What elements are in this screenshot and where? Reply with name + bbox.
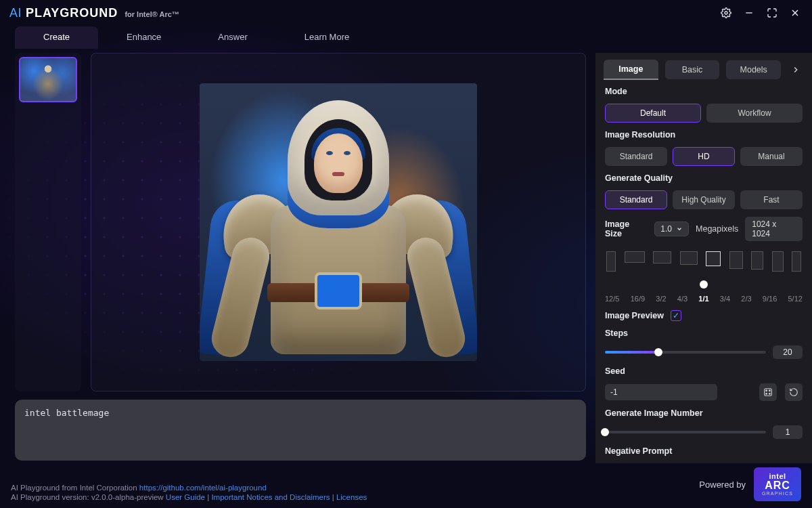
- minimize-icon[interactable]: [742, 5, 757, 20]
- footer: AI Playground from Intel Corporation htt…: [0, 463, 812, 508]
- seed-input[interactable]: [605, 384, 717, 400]
- quality-standard[interactable]: Standard: [605, 190, 667, 209]
- logo-playground: PLAYGROUND: [26, 6, 118, 20]
- svg-point-6: [769, 390, 770, 391]
- aspect-ratio-labels: 12/5 16/9 3/2 4/3 1/1 3/4 2/3 9/16 5/12: [605, 295, 803, 303]
- resolution-standard[interactable]: Standard: [605, 147, 667, 166]
- quality-high[interactable]: High Quality: [673, 190, 735, 209]
- mode-label: Mode: [605, 87, 803, 96]
- tab-enhance[interactable]: Enhance: [98, 26, 189, 49]
- logo-subtitle: for Intel® Arc™: [125, 10, 179, 18]
- megapixels-select[interactable]: 1.0: [654, 221, 689, 236]
- footer-line-1: AI Playground from Intel Corporation htt…: [11, 484, 367, 492]
- random-seed-icon[interactable]: [759, 383, 777, 401]
- gen-number-label: Generate Image Number: [605, 408, 803, 418]
- tab-create[interactable]: Create: [15, 26, 98, 49]
- reset-seed-icon[interactable]: [785, 383, 803, 401]
- gear-icon[interactable]: [719, 5, 734, 20]
- github-link[interactable]: https://github.com/intel/ai-playground: [139, 484, 267, 492]
- chevron-right-icon[interactable]: [788, 65, 804, 75]
- panel-tab-basic[interactable]: Basic: [665, 60, 720, 79]
- prompt-input[interactable]: [15, 400, 586, 461]
- thumbnail-strip: [15, 53, 81, 391]
- chevron-down-icon: [676, 226, 683, 232]
- preview-checkbox[interactable]: [671, 310, 681, 321]
- resolution-manual[interactable]: Manual: [740, 147, 803, 166]
- steps-label: Steps: [605, 329, 803, 338]
- nav-tabs: Create Enhance Answer Learn More: [0, 26, 812, 49]
- image-size-label: Image Size: [605, 219, 648, 238]
- megapixels-value: 1.0: [660, 224, 672, 234]
- svg-point-5: [766, 390, 767, 391]
- preview-label: Image Preview: [605, 311, 664, 320]
- tab-answer[interactable]: Answer: [189, 26, 275, 49]
- ratio-3-2[interactable]: [653, 251, 671, 263]
- ratio-4-3[interactable]: [680, 251, 698, 265]
- resolution-label: Image Resolution: [605, 130, 803, 140]
- licenses-link[interactable]: Licenses: [336, 493, 367, 501]
- logo-ai: AI: [9, 6, 22, 20]
- image-viewer: [91, 53, 586, 391]
- ratio-16-9[interactable]: [625, 251, 645, 263]
- negative-label: Negative Prompt: [605, 446, 803, 456]
- close-icon[interactable]: [788, 5, 803, 20]
- resolution-hd[interactable]: HD: [673, 147, 735, 166]
- svg-point-8: [769, 393, 770, 394]
- megapixels-label: Megapixels: [696, 224, 738, 234]
- steps-value: 20: [773, 345, 803, 359]
- ratio-9-16[interactable]: [772, 251, 784, 272]
- panel-tab-models[interactable]: Models: [726, 60, 781, 79]
- aspect-ratio-boxes: [605, 249, 803, 272]
- seed-label: Seed: [605, 366, 803, 376]
- gen-number-value: 1: [773, 425, 803, 439]
- notices-link[interactable]: Important Notices and Disclaimers: [211, 493, 330, 501]
- ratio-2-3[interactable]: [751, 251, 763, 270]
- panel-tab-image[interactable]: Image: [604, 60, 658, 80]
- powered-by-label: Powered by: [699, 480, 746, 490]
- svg-point-0: [725, 12, 727, 14]
- user-guide-link[interactable]: User Guide: [166, 493, 205, 501]
- titlebar: AI PLAYGROUND for Intel® Arc™: [0, 0, 812, 26]
- quality-fast[interactable]: Fast: [740, 190, 803, 209]
- svg-point-7: [766, 393, 767, 394]
- ratio-3-4[interactable]: [729, 251, 743, 269]
- mode-default[interactable]: Default: [605, 104, 701, 123]
- image-dimensions: 1024 x 1024: [745, 217, 803, 241]
- quality-label: Generate Quality: [605, 173, 803, 183]
- svg-rect-4: [765, 389, 772, 396]
- steps-slider[interactable]: [605, 351, 766, 354]
- maximize-icon[interactable]: [765, 5, 780, 20]
- powered-by: Powered by intel ARC GRAPHICS: [699, 467, 801, 501]
- ratio-1-1[interactable]: [706, 251, 721, 266]
- gen-number-slider[interactable]: [605, 431, 766, 433]
- ratio-5-12[interactable]: [792, 251, 801, 272]
- ratio-12-5[interactable]: [606, 251, 616, 272]
- settings-panel: Image Basic Models Mode Default Workflow…: [595, 53, 812, 463]
- mode-workflow[interactable]: Workflow: [706, 104, 803, 123]
- tab-learn-more[interactable]: Learn More: [276, 26, 378, 49]
- intel-arc-badge: intel ARC GRAPHICS: [754, 467, 801, 501]
- app-logo: AI PLAYGROUND for Intel® Arc™: [9, 6, 179, 20]
- thumbnail-1[interactable]: [19, 57, 77, 102]
- generated-image[interactable]: [200, 83, 477, 361]
- footer-line-2: AI Playground version: v2.0.0-alpha-prev…: [11, 493, 367, 501]
